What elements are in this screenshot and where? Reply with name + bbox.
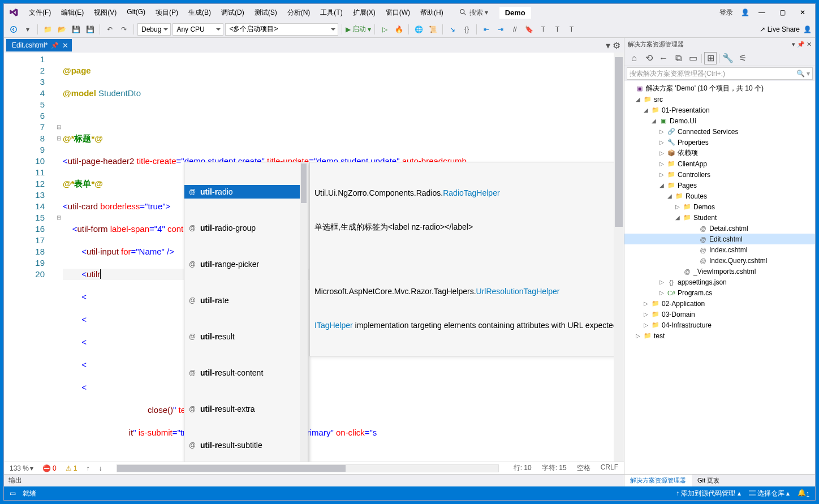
home-icon[interactable]: ⌂ [628,52,640,64]
open-icon[interactable]: 📂 [55,23,68,36]
warning-count[interactable]: ⚠ 1 [66,464,77,472]
sync-icon[interactable]: ⟲ [643,52,655,64]
feedback-icon[interactable]: 👤 [803,25,812,33]
minimize-button[interactable]: — [754,7,770,18]
menu-test[interactable]: 测试(S) [250,6,282,20]
intellisense-item[interactable]: @util-result [184,330,308,343]
script-icon[interactable]: 📜 [426,23,439,36]
filter-icon[interactable]: ⚟ [736,52,749,64]
save-icon[interactable]: 💾 [70,23,82,36]
tab-settings-icon[interactable]: ⚙ [613,40,620,51]
menu-build[interactable]: 生成(B) [184,6,215,20]
intellisense-item[interactable]: @util-result-content [184,366,308,380]
liveshare-button[interactable]: ↗ Live Share [760,25,800,33]
pin-icon[interactable]: 📌 [51,42,59,49]
output-panel-header[interactable]: 输出 [4,474,624,486]
bookmark-icon[interactable]: 🔖 [523,23,535,36]
hot-reload-icon[interactable]: 🔥 [393,23,405,36]
menu-analyze[interactable]: 分析(N) [283,6,315,20]
indent-dec-icon[interactable]: ⇤ [480,23,493,36]
close-button[interactable]: ✕ [795,7,811,18]
eol-mode[interactable]: CRLF [601,463,618,473]
copy-icon[interactable]: ⧉ [672,52,684,64]
tab-solution-explorer[interactable]: 解决方案资源管理器 [624,475,692,486]
save-all-icon[interactable]: 💾 [84,23,96,36]
indent-inc-icon[interactable]: ⇥ [494,23,507,36]
menu-project[interactable]: 项目(P) [151,6,183,20]
panel-dropdown-icon[interactable]: ▾ [792,41,795,48]
intellisense-item[interactable]: @util-rate [184,294,308,307]
tree-node-selected[interactable]: @Edit.cshtml [624,234,815,244]
main-menu: 文件(F) 编辑(E) 视图(V) Git(G) 项目(P) 生成(B) 调试(… [24,6,448,20]
new-project-icon[interactable]: 📁 [41,23,54,36]
cursor-line[interactable]: 行: 10 [514,463,532,473]
repo-button[interactable]: ▤ 选择仓库 ▴ [749,489,790,498]
intellisense-item[interactable]: @util-radio-group [184,221,308,235]
cursor-col[interactable]: 字符: 15 [542,463,567,473]
panel-pin-icon[interactable]: 📌 [797,41,805,48]
step-icon[interactable]: ↘ [446,23,459,36]
brackets-icon[interactable]: {} [460,23,473,36]
platform-combo[interactable]: Any CPU [173,23,223,36]
editor-tab[interactable]: Edit.cshtml* 📌 ✕ [6,39,72,51]
stack-icon[interactable]: ▭ [687,52,699,64]
tab-git-changes[interactable]: Git 更改 [692,475,725,486]
wrench-icon[interactable]: 🔧 [722,52,734,64]
back-icon[interactable]: ← [657,52,670,64]
account-icon[interactable]: 👤 [741,8,749,16]
svg-point-2 [11,26,17,32]
intellisense-item[interactable]: @util-radio [184,185,308,199]
menu-extensions[interactable]: 扩展(X) [348,6,380,20]
source-control-button[interactable]: ↑ 添加到源代码管理 ▴ [676,489,741,498]
intellisense-popup[interactable]: @util-radio @util-radio-group @util-rang… [184,162,308,462]
undo-icon[interactable]: ↶ [104,23,116,36]
start-no-debug-icon[interactable]: ▷ [378,23,391,36]
config-combo[interactable]: Debug [137,23,171,36]
login-link[interactable]: 登录 [719,8,733,18]
menu-window[interactable]: 窗口(W) [381,6,415,20]
menu-edit[interactable]: 编辑(E) [57,6,88,20]
menu-view[interactable]: 视图(V) [89,6,121,20]
view-icon[interactable]: ⊞ [704,52,717,64]
menu-debug[interactable]: 调试(D) [217,6,249,20]
notification-icon[interactable]: 🔔1 [798,489,809,498]
nav-back-icon[interactable] [7,23,20,36]
nav-fwd-icon[interactable]: ▾ [21,23,34,36]
intellisense-item[interactable]: @util-result-extra [184,402,308,416]
output-icon[interactable]: ▭ [10,489,16,497]
horizontal-scrollbar[interactable] [117,464,498,472]
solution-tree[interactable]: ▣解决方案 'Demo' (10 个项目，共 10 个) ◢📁src ◢📁01-… [624,81,815,474]
intellisense-item[interactable]: @util-range-picker [184,257,308,271]
tab-close-icon[interactable]: ✕ [62,41,68,50]
zoom-level[interactable]: 133 % ▾ [10,464,33,472]
t1-icon[interactable]: T [537,23,549,36]
code-editor[interactable]: 1234567891011121314151617181920 ⊟⊟⊟ @pag… [4,53,624,462]
svg-line-1 [464,13,466,15]
tab-dropdown-icon[interactable]: ▾ [606,40,610,51]
indent-mode[interactable]: 空格 [577,463,590,473]
menu-git[interactable]: Git(G) [122,6,150,20]
nav-down-icon[interactable]: ↓ [98,464,102,472]
intellisense-item[interactable]: @util-result-subtitle [184,438,308,452]
fold-column[interactable]: ⊟⊟⊟ [55,53,63,462]
maximize-button[interactable]: ▢ [774,7,790,18]
search-box[interactable]: 搜索 ▾ [459,8,488,18]
t3-icon[interactable]: T [565,23,577,36]
menu-file[interactable]: 文件(F) [24,6,55,20]
vertical-scrollbar[interactable] [614,53,624,462]
menu-help[interactable]: 帮助(H) [416,6,448,20]
menu-tools[interactable]: 工具(T) [316,6,347,20]
redo-icon[interactable]: ↷ [118,23,130,36]
t2-icon[interactable]: T [551,23,563,36]
panel-close-icon[interactable]: ✕ [807,41,812,48]
folder-icon: 📁 [667,181,676,190]
code-content[interactable]: @page @model StudentDto @*标题*@ <util-pag… [63,53,614,462]
tag-icon: @ [188,223,197,232]
startup-combo[interactable]: <多个启动项目> [225,23,338,36]
comment-icon[interactable]: // [508,23,521,36]
solution-search[interactable]: 搜索解决方案资源管理器(Ctrl+;) 🔍 ▾ [627,67,813,80]
error-count[interactable]: ⛔ 0 [42,464,57,472]
nav-up-icon[interactable]: ↑ [86,464,89,472]
browser-icon[interactable]: 🌐 [412,23,425,36]
start-button[interactable]: ▶ 启动 ▾ [346,24,371,34]
